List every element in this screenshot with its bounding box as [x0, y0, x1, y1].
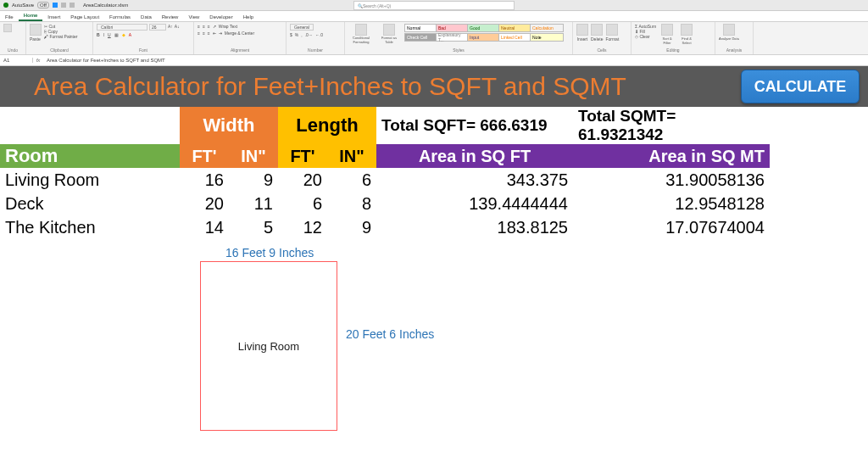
- find-select-icon[interactable]: [681, 24, 693, 36]
- cell-width-ft[interactable]: 20: [180, 192, 229, 215]
- comma-icon[interactable]: ,: [301, 32, 302, 37]
- insert-cells-icon[interactable]: [576, 24, 588, 36]
- cell-length-in[interactable]: 6: [327, 168, 376, 192]
- tab-home[interactable]: Home: [19, 11, 43, 21]
- cell-length-in[interactable]: 9: [327, 215, 376, 239]
- style-cell[interactable]: Good: [467, 24, 501, 32]
- font-color-button[interactable]: A: [129, 32, 131, 37]
- cell-sqft[interactable]: 343.375: [376, 168, 573, 192]
- calculate-button[interactable]: CALCULATE: [741, 70, 860, 103]
- table-row[interactable]: The Kitchen145129183.812517.07674004: [0, 215, 770, 239]
- conditional-formatting-icon[interactable]: [355, 24, 367, 36]
- analyze-data-button[interactable]: Analyze Data: [719, 36, 739, 41]
- save-icon[interactable]: [53, 3, 58, 8]
- tab-data[interactable]: Data: [136, 13, 157, 21]
- border-button[interactable]: ▦: [114, 32, 119, 37]
- name-box[interactable]: A1: [0, 58, 33, 63]
- decrease-decimal-icon[interactable]: ←.0: [315, 32, 323, 37]
- undo-icon[interactable]: [3, 24, 12, 32]
- cell-room[interactable]: The Kitchen: [0, 215, 180, 239]
- delete-cells-button[interactable]: Delete: [591, 36, 603, 42]
- tab-page-layout[interactable]: Page Layout: [65, 13, 104, 21]
- align-top-icon[interactable]: ≡: [198, 24, 200, 29]
- table-row[interactable]: Deck201168139.444444412.9548128: [0, 192, 770, 215]
- italic-button[interactable]: I: [103, 32, 104, 37]
- undo-icon[interactable]: [61, 3, 66, 8]
- clear-button[interactable]: ◇ Clear: [635, 34, 656, 39]
- paste-icon[interactable]: [30, 24, 42, 36]
- align-middle-icon[interactable]: ≡: [203, 24, 205, 29]
- bold-button[interactable]: B: [97, 32, 100, 37]
- cell-sqmt[interactable]: 17.07674004: [573, 215, 770, 239]
- indent-inc-icon[interactable]: ⇥: [219, 31, 222, 36]
- format-table-icon[interactable]: [383, 24, 395, 36]
- underline-button[interactable]: U: [108, 32, 111, 37]
- align-center-icon[interactable]: ≡: [203, 31, 205, 36]
- merge-center-button[interactable]: Merge & Center: [225, 31, 254, 36]
- align-left-icon[interactable]: ≡: [198, 31, 200, 36]
- paste-button[interactable]: Paste: [30, 36, 42, 42]
- cell-room[interactable]: Deck: [0, 192, 180, 215]
- wrap-text-button[interactable]: Wrap Text: [219, 24, 237, 29]
- increase-decimal-icon[interactable]: .0→: [305, 32, 313, 37]
- align-right-icon[interactable]: ≡: [208, 31, 210, 36]
- cell-room[interactable]: Living Room: [0, 168, 180, 192]
- cell-width-ft[interactable]: 16: [180, 168, 229, 192]
- style-cell[interactable]: Input: [467, 33, 501, 42]
- find-select-button[interactable]: Find & Select: [678, 36, 695, 45]
- fill-color-button[interactable]: ◆: [122, 32, 125, 37]
- cell-width-in[interactable]: 5: [229, 215, 278, 239]
- font-size-dropdown[interactable]: 26: [149, 24, 166, 31]
- cell-width-ft[interactable]: 14: [180, 215, 229, 239]
- fx-icon[interactable]: fx: [33, 58, 43, 63]
- style-cell[interactable]: Check Cell: [404, 33, 438, 42]
- insert-cells-button[interactable]: Insert: [576, 36, 588, 42]
- font-name-dropdown[interactable]: Calibri: [97, 24, 147, 31]
- cell-styles-gallery[interactable]: NormalBadGoodNeutralCalculationCheck Cel…: [404, 24, 560, 42]
- tab-file[interactable]: File: [0, 13, 19, 21]
- tab-review[interactable]: Review: [157, 13, 184, 21]
- delete-cells-icon[interactable]: [591, 24, 603, 36]
- increase-font-icon[interactable]: A↑: [168, 24, 173, 31]
- redo-icon[interactable]: [70, 3, 75, 8]
- cell-sqmt[interactable]: 12.9548128: [573, 192, 770, 215]
- tab-formulas[interactable]: Formulas: [104, 13, 136, 21]
- format-cells-icon[interactable]: [606, 24, 618, 36]
- cell-length-ft[interactable]: 12: [278, 215, 327, 239]
- cell-sqmt[interactable]: 31.90058136: [573, 168, 770, 192]
- cell-length-ft[interactable]: 20: [278, 168, 327, 192]
- sort-filter-button[interactable]: Sort & Filter: [659, 36, 676, 45]
- style-cell[interactable]: Neutral: [498, 24, 532, 32]
- style-cell[interactable]: Bad: [436, 24, 470, 32]
- cell-sqft[interactable]: 183.8125: [376, 215, 573, 239]
- tab-view[interactable]: View: [183, 13, 204, 21]
- conditional-formatting-button[interactable]: Conditional Formatting: [348, 36, 374, 44]
- cell-sqft[interactable]: 139.4444444: [376, 192, 573, 215]
- tab-developer[interactable]: Developer: [204, 13, 237, 21]
- style-cell[interactable]: Normal: [404, 24, 438, 32]
- tab-help[interactable]: Help: [238, 13, 259, 21]
- indent-dec-icon[interactable]: ⇤: [213, 31, 216, 36]
- tab-insert[interactable]: Insert: [42, 13, 65, 21]
- search-input[interactable]: 🔍 Search (Alt+Q): [353, 1, 515, 10]
- format-painter-button[interactable]: 🖌 Format Painter: [44, 34, 77, 39]
- orientation-icon[interactable]: ↗: [213, 24, 216, 29]
- format-table-button[interactable]: Format as Table: [378, 36, 400, 44]
- style-cell[interactable]: Note: [530, 33, 564, 42]
- number-format-dropdown[interactable]: General: [290, 24, 314, 31]
- autosave-toggle[interactable]: Off: [37, 2, 49, 8]
- style-cell[interactable]: Explanatory T...: [436, 33, 470, 42]
- cell-width-in[interactable]: 9: [229, 168, 278, 192]
- percent-icon[interactable]: %: [295, 32, 298, 37]
- decrease-font-icon[interactable]: A↓: [175, 24, 180, 31]
- format-cells-button[interactable]: Format: [605, 36, 619, 42]
- cell-length-in[interactable]: 8: [327, 192, 376, 215]
- currency-icon[interactable]: $: [290, 32, 292, 37]
- style-cell[interactable]: Calculation: [530, 24, 564, 32]
- style-cell[interactable]: Linked Cell: [498, 33, 532, 42]
- sort-filter-icon[interactable]: [661, 24, 673, 36]
- cell-length-ft[interactable]: 6: [278, 192, 327, 215]
- table-row[interactable]: Living Room169206343.37531.90058136: [0, 168, 770, 192]
- cell-width-in[interactable]: 11: [229, 192, 278, 215]
- analyze-data-icon[interactable]: [723, 24, 735, 36]
